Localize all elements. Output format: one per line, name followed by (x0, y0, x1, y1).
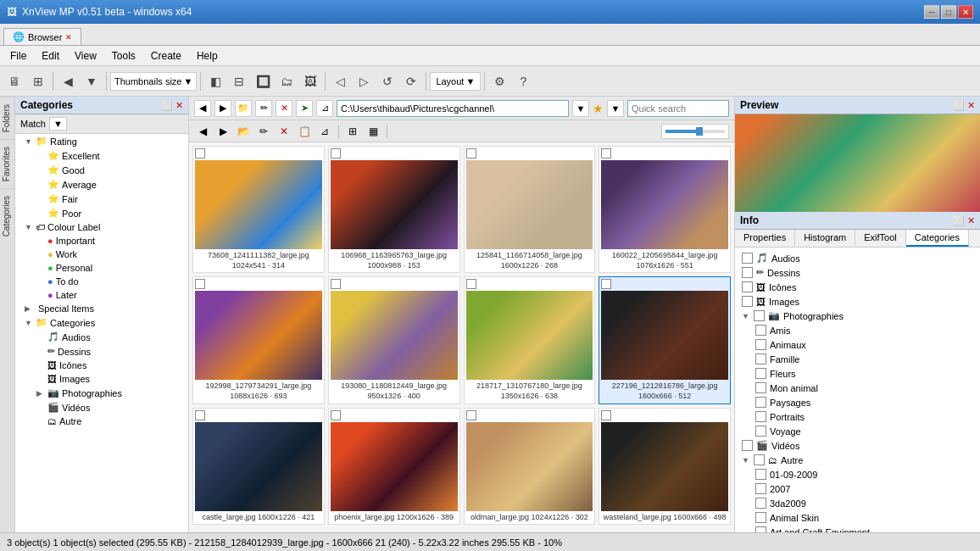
match-dropdown[interactable]: ▼ (49, 117, 67, 131)
tree-photos[interactable]: ▶ 📷 Photographies (15, 386, 188, 400)
tree-videos[interactable]: 🎬 Vidéos (15, 400, 188, 415)
info-tab-categories[interactable]: Categories (906, 230, 969, 247)
cat-portraits-cb[interactable] (755, 411, 766, 422)
tb-help-btn[interactable]: ? (512, 70, 534, 92)
tb-back-btn[interactable]: ◀ (57, 70, 79, 92)
info-tab-properties[interactable]: Properties (735, 230, 795, 247)
tree-important[interactable]: ● Important (15, 234, 188, 248)
tb-layout-dropdown[interactable]: Layout ▼ (430, 72, 481, 91)
maximize-button[interactable]: □ (941, 5, 956, 19)
cat-icones[interactable]: 🖼 Icônes (738, 280, 977, 294)
tree-later[interactable]: ● Later (15, 288, 188, 302)
thumbnail-item-10[interactable]: oldman_large.jpg 1024x1226 · 302 (464, 408, 596, 526)
tree-images[interactable]: 🖼 Images (15, 372, 188, 386)
tb-size-btn[interactable]: ◧ (204, 70, 226, 92)
tree-audios[interactable]: 🎵 Audios (15, 330, 188, 344)
vt-grid-btn[interactable]: ⊞ (344, 123, 361, 140)
cat-voyage-cb[interactable] (755, 426, 766, 437)
browser-tab[interactable]: 🌐 Browser ✕ (3, 28, 81, 45)
thumb-checkbox-10[interactable] (466, 410, 476, 420)
vt-delete-btn[interactable]: ✕ (276, 123, 292, 140)
path-input[interactable] (337, 100, 569, 117)
tb-refresh-btn[interactable]: ↺ (376, 70, 398, 92)
thumbnail-item-9[interactable]: phoenix_large.jpg 1200x1626 · 389 (328, 408, 460, 526)
cat-videos[interactable]: 🎬 Vidéos (738, 438, 977, 453)
cat-images[interactable]: 🖼 Images (738, 294, 977, 309)
vt-folder-btn[interactable]: 📂 (235, 123, 252, 140)
menu-create[interactable]: Create (144, 48, 188, 64)
tree-colour-folder[interactable]: ▼ 🏷 Colour Label (15, 220, 188, 234)
thumb-checkbox-3[interactable] (601, 148, 611, 159)
sidebar-close-btn[interactable]: ✕ (175, 100, 183, 111)
cat-amis[interactable]: Amis (738, 323, 977, 337)
thumbnail-item-0[interactable]: 73608_1241111382_large.jpg 1024x541 · 31… (192, 146, 325, 273)
thumb-checkbox-11[interactable] (601, 410, 611, 420)
cat-autre-folder[interactable]: ▼ 🗂 Autre (738, 453, 977, 467)
menu-help[interactable]: Help (190, 48, 225, 64)
vtab-folders[interactable]: Folders (0, 97, 14, 139)
vtab-favorites[interactable]: Favorites (0, 139, 14, 188)
thumbnail-item-11[interactable]: wasteland_large.jpg 1600x666 · 498 (599, 408, 731, 526)
cat-animaux-cb[interactable] (755, 339, 766, 350)
cat-animal-skin[interactable]: Animal Skin (738, 510, 977, 525)
cat-dessins[interactable]: ✏ Dessins (738, 265, 977, 280)
cat-dessins-cb[interactable] (742, 267, 753, 278)
tb-browse-btn[interactable]: 🖥 (3, 70, 25, 92)
thumbnail-item-5[interactable]: 193080_1180812449_large.jpg 950x1326 · 4… (328, 276, 460, 404)
minimize-button[interactable]: ─ (924, 5, 939, 19)
thumb-checkbox-4[interactable] (195, 279, 205, 289)
thumb-checkbox-2[interactable] (466, 148, 476, 159)
cat-2007[interactable]: 2007 (738, 481, 977, 496)
menu-tools[interactable]: Tools (105, 48, 142, 64)
vt-back-btn[interactable]: ◀ (194, 123, 211, 140)
vt-filter-btn[interactable]: ⊿ (316, 123, 333, 140)
menu-view[interactable]: View (68, 48, 103, 64)
thumb-checkbox-9[interactable] (331, 410, 341, 420)
tb-refresh2-btn[interactable]: ⟳ (400, 70, 422, 92)
vt-grid2-btn[interactable]: ▦ (365, 123, 381, 140)
tb-thumbnails-dropdown[interactable]: Thumbnails size ▼ (110, 72, 197, 91)
cat-audios[interactable]: 🎵 Audios (738, 251, 977, 265)
thumbnail-item-6[interactable]: 218717_1310767180_large.jpg 1350x1626 · … (464, 276, 596, 404)
vtab-categories[interactable]: Categories (0, 188, 14, 243)
tb-dropdown-btn[interactable]: ▼ (81, 70, 103, 92)
cat-videos-cb[interactable] (742, 440, 753, 451)
tb-settings-btn[interactable]: 🔲 (252, 70, 274, 92)
path-edit-btn[interactable]: ✏ (255, 100, 272, 117)
vt-copy-btn[interactable]: 📋 (296, 123, 313, 140)
cat-paysages-cb[interactable] (755, 397, 766, 408)
cat-0109[interactable]: 01-09-2009 (738, 467, 977, 481)
thumb-checkbox-1[interactable] (331, 148, 341, 159)
thumbnail-item-1[interactable]: 106968_1163965763_large.jpg 1000x988 · 1… (328, 146, 460, 273)
thumbnail-item-2[interactable]: 125841_1166714058_large.jpg 1600x1226 · … (464, 146, 596, 273)
vt-edit-btn[interactable]: ✏ (255, 123, 272, 140)
tree-autre[interactable]: 🗂 Autre (15, 415, 188, 428)
cat-2007-cb[interactable] (755, 483, 766, 494)
path-star-dropdown-btn[interactable]: ▼ (607, 100, 624, 117)
tree-poor[interactable]: ⭐ Poor (15, 206, 188, 220)
tree-personal[interactable]: ● Personal (15, 261, 188, 275)
cat-art-craft[interactable]: Art and Craft Equipment (738, 525, 977, 532)
path-star-btn[interactable]: ★ (593, 102, 604, 115)
cat-amis-cb[interactable] (755, 325, 766, 336)
thumbnail-item-3[interactable]: 160022_1205695844_large.jpg 1076x1626 · … (599, 146, 731, 273)
cat-fleurs-cb[interactable] (755, 368, 766, 379)
tree-work[interactable]: ● Work (15, 248, 188, 261)
thumbnail-item-8[interactable]: castle_large.jpg 1600x1226 · 421 (192, 408, 325, 526)
thumb-checkbox-6[interactable] (466, 279, 476, 289)
menu-edit[interactable]: Edit (35, 48, 66, 64)
tree-excellent[interactable]: ⭐ Excellent (15, 148, 188, 163)
tb-sort-btn[interactable]: ⊟ (228, 70, 250, 92)
info-tab-histogram[interactable]: Histogram (795, 230, 855, 247)
preview-expand-btn[interactable]: ⬜ (953, 100, 965, 111)
cat-images-cb[interactable] (742, 296, 753, 307)
path-filter-btn[interactable]: ⊿ (316, 100, 333, 117)
cat-art-craft-cb[interactable] (755, 526, 766, 532)
cat-0109-cb[interactable] (755, 469, 766, 480)
cat-icones-cb[interactable] (742, 281, 753, 292)
thumb-checkbox-7[interactable] (601, 279, 611, 289)
info-close-btn[interactable]: ✕ (967, 215, 975, 226)
cat-audios-cb[interactable] (742, 253, 753, 264)
cat-famille-cb[interactable] (755, 353, 766, 365)
info-expand-btn[interactable]: ⬜ (953, 215, 965, 226)
